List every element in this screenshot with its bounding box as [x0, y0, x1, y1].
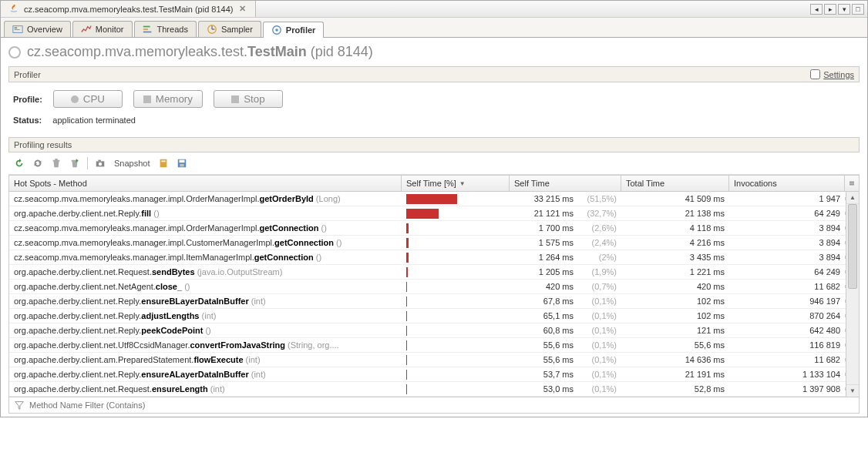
col-method[interactable]: Hot Spots - Method — [9, 176, 402, 191]
table-row[interactable]: cz.seacomp.mva.memoryleaks.manager.impl.… — [9, 250, 859, 265]
table-row[interactable]: org.apache.derby.client.net.Reply.peekCo… — [9, 323, 859, 338]
cell-bar — [402, 236, 510, 250]
svg-rect-5 — [143, 32, 151, 33]
cell-totaltime: 4 118 ms — [621, 222, 729, 234]
table-row[interactable]: cz.seacomp.mva.memoryleaks.manager.impl.… — [9, 221, 859, 236]
cell-invocations: 1 947 — [729, 193, 845, 205]
refresh-button[interactable] — [12, 156, 27, 171]
table-row[interactable]: org.apache.derby.client.net.Reply.fill (… — [9, 206, 859, 221]
stop-icon — [231, 95, 239, 103]
scroll-thumb[interactable] — [848, 204, 857, 289]
snapshot-label[interactable]: Snapshot — [111, 159, 153, 168]
cell-bar — [402, 295, 510, 308]
filter-bar — [8, 397, 860, 414]
table-row[interactable]: org.apache.derby.client.net.Reply.ensure… — [9, 294, 859, 309]
tab-threads[interactable]: Threads — [134, 21, 197, 37]
btn-label: Stop — [244, 93, 264, 105]
scroll-track[interactable] — [846, 204, 859, 384]
tab-label: Sampler — [221, 25, 253, 34]
col-totaltime[interactable]: Total Time — [621, 176, 729, 191]
table-row[interactable]: org.apache.derby.client.net.Request.ensu… — [9, 382, 859, 397]
table-row[interactable]: org.apache.derby.client.net.Utf8CcsidMan… — [9, 338, 859, 353]
table-row[interactable]: org.apache.derby.client.net.Reply.ensure… — [9, 367, 859, 382]
sort-desc-icon: ▼ — [459, 180, 466, 187]
titlebar: cz.seacomp.mva.memoryleaks.test.TestMain… — [1, 1, 867, 18]
cell-method: org.apache.derby.client.net.Reply.ensure… — [9, 368, 402, 380]
dot-icon — [71, 95, 79, 103]
cell-invocations: 3 894 — [729, 251, 845, 263]
svg-rect-18 — [180, 164, 184, 167]
cell-bar — [402, 251, 510, 264]
minimize-button[interactable]: ▾ — [838, 4, 850, 15]
columns-icon — [849, 179, 854, 187]
svg-rect-17 — [180, 160, 185, 163]
cpu-button[interactable]: CPU — [53, 90, 123, 108]
snapshot-button[interactable] — [93, 156, 108, 171]
auto-refresh-button[interactable] — [30, 156, 45, 171]
table-row[interactable]: org.apache.derby.client.net.Request.send… — [9, 265, 859, 280]
overview-icon — [12, 24, 23, 35]
cell-totaltime: 14 636 ms — [621, 354, 729, 366]
memory-button[interactable]: Memory — [133, 90, 203, 108]
cell-totaltime: 52,8 ms — [621, 383, 729, 395]
settings-toggle[interactable]: Settings — [810, 69, 854, 79]
title-tab[interactable]: cz.seacomp.mva.memoryleaks.test.TestMain… — [1, 1, 256, 17]
cell-bar — [402, 354, 510, 367]
cell-invocations: 1 397 908 — [729, 383, 845, 395]
col-invocations[interactable]: Invocations — [729, 176, 845, 191]
page-title-class: TestMain — [247, 44, 307, 59]
profiler-section-bar: Profiler Settings — [8, 66, 860, 82]
svg-rect-19 — [849, 182, 854, 183]
maximize-button[interactable]: □ — [852, 4, 864, 15]
app-tabs: Overview Monitor Threads Sampler Profile… — [1, 18, 867, 38]
cell-totaltime: 102 ms — [621, 295, 729, 307]
tab-monitor[interactable]: Monitor — [72, 21, 133, 37]
window-title: cz.seacomp.mva.memoryleaks.test.TestMain… — [24, 5, 233, 14]
cell-totaltime: 1 221 ms — [621, 266, 729, 278]
col-selftime[interactable]: Self Time — [510, 176, 621, 191]
cell-invocations: 642 480 — [729, 324, 845, 337]
scroll-up-button[interactable]: ▲ — [846, 192, 859, 204]
section-title: Profiler — [14, 70, 41, 79]
scroll-down-button[interactable]: ▼ — [846, 384, 859, 397]
cell-bar — [402, 339, 510, 352]
cell-selftime: 65,1 ms(0,1%) — [510, 310, 621, 322]
cell-totaltime: 420 ms — [621, 280, 729, 293]
method-filter-input[interactable] — [29, 400, 854, 410]
table-row[interactable]: org.apache.derby.client.am.PreparedState… — [9, 353, 859, 367]
col-picker-button[interactable] — [845, 176, 859, 191]
window-controls: ◂ ▸ ▾ □ — [810, 4, 867, 15]
cell-method: org.apache.derby.client.net.Reply.adjust… — [9, 310, 402, 322]
table-row[interactable]: cz.seacomp.mva.memoryleaks.manager.impl.… — [9, 236, 859, 250]
status-circle-icon — [8, 46, 21, 59]
export-button[interactable] — [156, 156, 171, 171]
table-row[interactable]: org.apache.derby.client.net.NetAgent.clo… — [9, 280, 859, 294]
stop-button[interactable]: Stop — [214, 90, 283, 108]
save-button[interactable] — [174, 156, 190, 171]
table-row[interactable]: org.apache.derby.client.net.Reply.adjust… — [9, 309, 859, 323]
prev-button[interactable]: ◂ — [810, 4, 823, 15]
delete-button[interactable] — [49, 156, 64, 171]
tab-sampler[interactable]: Sampler — [198, 21, 261, 37]
tab-profiler[interactable]: Profiler — [263, 22, 325, 38]
page-title-pid: (pid 8144) — [307, 44, 373, 59]
square-icon — [143, 95, 151, 103]
cell-method: org.apache.derby.client.net.Reply.peekCo… — [9, 324, 402, 337]
results-table: Hot Spots - Method Self Time [%]▼ Self T… — [8, 175, 860, 397]
gc-button[interactable] — [67, 156, 82, 171]
settings-label: Settings — [823, 70, 854, 79]
svg-rect-21 — [849, 184, 854, 185]
cell-selftime: 67,8 ms(0,1%) — [510, 295, 621, 307]
cell-totaltime: 3 435 ms — [621, 251, 729, 263]
vertical-scrollbar[interactable]: ▲ ▼ — [846, 192, 859, 397]
cell-method: cz.seacomp.mva.memoryleaks.manager.impl.… — [9, 193, 402, 205]
table-row[interactable]: cz.seacomp.mva.memoryleaks.manager.impl.… — [9, 192, 859, 206]
tab-close-icon[interactable]: ✕ — [237, 4, 247, 14]
cell-selftime: 1 700 ms(2,6%) — [510, 222, 621, 234]
col-selftime-pct[interactable]: Self Time [%]▼ — [402, 176, 510, 191]
next-button[interactable]: ▸ — [824, 4, 836, 15]
section-title: Profiling results — [14, 140, 72, 149]
tab-overview[interactable]: Overview — [4, 21, 71, 37]
btn-label: CPU — [83, 93, 105, 105]
settings-checkbox[interactable] — [810, 69, 820, 79]
